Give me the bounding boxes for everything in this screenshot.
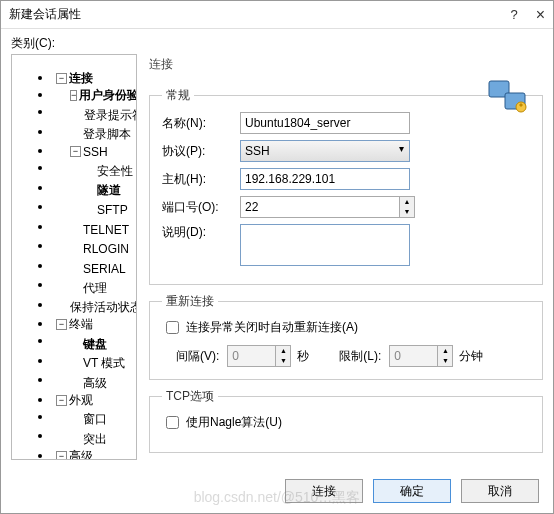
tree-item-20[interactable]: −高级 xyxy=(52,448,136,461)
titlebar: 新建会话属性 ? × xyxy=(1,1,553,29)
category-tree[interactable]: −连接−用户身份验证登录提示符登录脚本−SSH安全性隧道SFTPTELNETRL… xyxy=(11,54,137,460)
port-spinner[interactable]: ▲▼ xyxy=(240,196,340,218)
reconnect-group: 重新连接 连接异常关闭时自动重新连接(A) 间隔(V): ▲▼ 秒 限制(L):… xyxy=(149,293,543,380)
limit-down-icon[interactable]: ▼ xyxy=(438,356,452,366)
panel-header: 连接 xyxy=(149,54,543,79)
close-icon[interactable]: × xyxy=(536,6,545,24)
tree-item-6[interactable]: 隧道 xyxy=(52,182,136,199)
general-legend: 常规 xyxy=(162,87,194,104)
tree-item-label: 登录提示符 xyxy=(84,107,137,124)
network-icon xyxy=(487,79,529,117)
tcp-group: TCP选项 使用Nagle算法(U) xyxy=(149,388,543,453)
tree-item-label: 保持活动状态 xyxy=(70,299,137,316)
tree-item-3[interactable]: 登录脚本 xyxy=(52,126,136,143)
port-up-icon[interactable]: ▲ xyxy=(400,197,414,207)
expand-icon[interactable]: − xyxy=(56,73,67,84)
category-label: 类别(C): xyxy=(1,29,553,54)
interval-label: 间隔(V): xyxy=(176,348,219,365)
interval-input[interactable] xyxy=(227,345,276,367)
tree-item-7[interactable]: SFTP xyxy=(52,202,136,219)
connect-button[interactable]: 连接 xyxy=(285,479,363,503)
interval-up-icon[interactable]: ▲ xyxy=(276,346,290,356)
interval-unit: 秒 xyxy=(297,348,309,365)
limit-input[interactable] xyxy=(389,345,438,367)
desc-textarea[interactable] xyxy=(240,224,410,266)
window-title: 新建会话属性 xyxy=(9,6,81,23)
nagle-checkbox[interactable] xyxy=(166,416,179,429)
tree-item-label: 代理 xyxy=(83,280,107,297)
name-label: 名称(N): xyxy=(162,115,240,132)
tree-item-label: 外观 xyxy=(69,392,93,409)
tree-item-label: 键盘 xyxy=(83,336,107,353)
tree-item-1[interactable]: −用户身份验证 xyxy=(52,87,136,104)
tree-item-label: 终端 xyxy=(69,316,93,333)
port-label: 端口号(O): xyxy=(162,199,240,216)
help-icon[interactable]: ? xyxy=(510,7,517,22)
tree-item-11[interactable]: 代理 xyxy=(52,280,136,297)
limit-unit: 分钟 xyxy=(459,348,483,365)
tree-item-label: 突出 xyxy=(83,431,107,448)
tree-item-label: SERIAL xyxy=(83,262,126,276)
tree-item-16[interactable]: 高级 xyxy=(52,375,136,392)
reconnect-legend: 重新连接 xyxy=(162,293,218,310)
interval-down-icon[interactable]: ▼ xyxy=(276,356,290,366)
reconnect-chk-label: 连接异常关闭时自动重新连接(A) xyxy=(186,319,358,336)
tree-item-label: 连接 xyxy=(69,70,93,87)
tree-item-15[interactable]: VT 模式 xyxy=(52,355,136,372)
port-down-icon[interactable]: ▼ xyxy=(400,207,414,217)
tree-item-19[interactable]: 突出 xyxy=(52,431,136,448)
tree-item-label: VT 模式 xyxy=(83,355,125,372)
protocol-select[interactable]: SSH xyxy=(240,140,410,162)
tree-item-5[interactable]: 安全性 xyxy=(52,163,136,180)
name-input[interactable] xyxy=(240,112,410,134)
tree-item-4[interactable]: −SSH xyxy=(52,143,136,160)
tree-item-label: 安全性 xyxy=(97,163,133,180)
dialog-footer: 连接 确定 取消 xyxy=(285,479,539,503)
interval-spinner[interactable]: ▲▼ xyxy=(227,345,291,367)
tree-item-13[interactable]: −终端 xyxy=(52,316,136,333)
protocol-label: 协议(P): xyxy=(162,143,240,160)
titlebar-controls: ? × xyxy=(510,6,545,24)
port-input[interactable] xyxy=(240,196,400,218)
tree-item-label: SFTP xyxy=(97,203,128,217)
limit-up-icon[interactable]: ▲ xyxy=(438,346,452,356)
expand-icon[interactable]: − xyxy=(70,90,77,101)
tree-item-17[interactable]: −外观 xyxy=(52,392,136,409)
host-input[interactable] xyxy=(240,168,410,190)
tree-item-label: 隧道 xyxy=(97,182,121,199)
tree-item-label: 用户身份验证 xyxy=(79,87,137,104)
tree-item-label: SSH xyxy=(83,145,108,159)
nagle-label: 使用Nagle算法(U) xyxy=(186,414,282,431)
expand-icon[interactable]: − xyxy=(56,319,67,330)
tree-item-10[interactable]: SERIAL xyxy=(52,260,136,277)
tree-item-label: RLOGIN xyxy=(83,242,129,256)
limit-spinner[interactable]: ▲▼ xyxy=(389,345,453,367)
expand-icon[interactable]: − xyxy=(56,451,67,461)
expand-icon[interactable]: − xyxy=(70,146,81,157)
tree-item-label: 高级 xyxy=(83,375,107,392)
tcp-legend: TCP选项 xyxy=(162,388,218,405)
tree-item-label: 高级 xyxy=(69,448,93,461)
tree-item-9[interactable]: RLOGIN xyxy=(52,241,136,258)
tree-item-2[interactable]: 登录提示符 xyxy=(52,107,136,124)
tree-item-12[interactable]: 保持活动状态 xyxy=(52,299,136,316)
limit-label: 限制(L): xyxy=(339,348,381,365)
reconnect-checkbox[interactable] xyxy=(166,321,179,334)
tree-item-8[interactable]: TELNET xyxy=(52,221,136,238)
tree-item-label: TELNET xyxy=(83,223,129,237)
ok-button[interactable]: 确定 xyxy=(373,479,451,503)
general-group: 常规 名称(N): 协议(P): SSH 主机(H): 端口号(O): ▲▼ xyxy=(149,87,543,285)
cancel-button[interactable]: 取消 xyxy=(461,479,539,503)
tree-item-18[interactable]: 窗口 xyxy=(52,411,136,428)
tree-item-label: 窗口 xyxy=(83,411,107,428)
tree-item-0[interactable]: −连接 xyxy=(52,70,136,87)
tree-item-label: 登录脚本 xyxy=(83,126,131,143)
host-label: 主机(H): xyxy=(162,171,240,188)
desc-label: 说明(D): xyxy=(162,224,240,241)
expand-icon[interactable]: − xyxy=(56,395,67,406)
tree-item-14[interactable]: 键盘 xyxy=(52,336,136,353)
